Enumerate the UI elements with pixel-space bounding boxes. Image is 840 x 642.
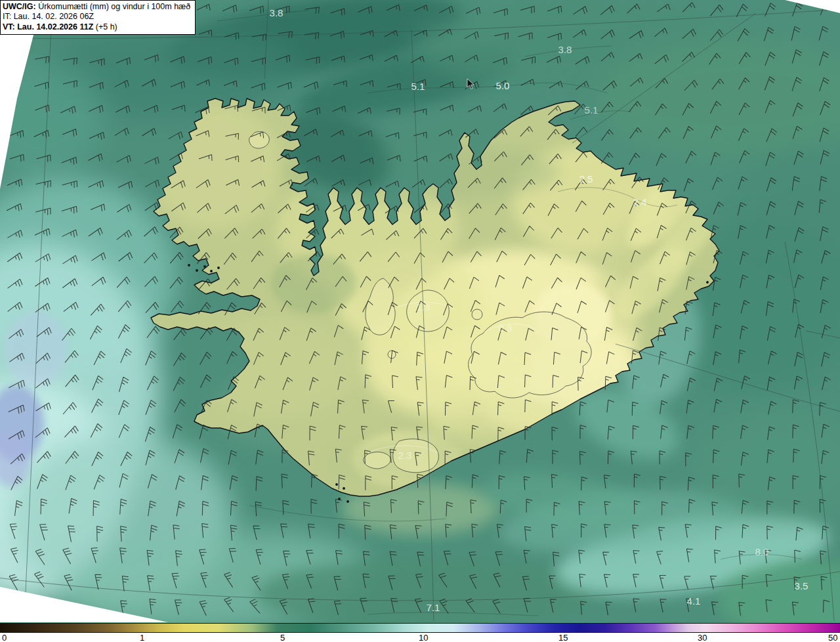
weather-map-viewer: 3.83.85.15.05.12.52.41.30.82.37.18.03.54… xyxy=(0,0,840,642)
contour-label: 7.1 xyxy=(427,602,440,613)
colorbar-tick-label: 15 xyxy=(558,633,568,642)
contour-label: 5.1 xyxy=(411,81,425,92)
contour-label: 3.8 xyxy=(558,44,572,55)
colorbar-tick-label: 1 xyxy=(140,633,144,642)
colorbar-tick-label: 50 xyxy=(828,633,837,642)
contour-label: 8.0 xyxy=(755,546,769,557)
colorbar-tick-label: 10 xyxy=(419,633,428,642)
map-title: UWC/IG: Úrkomumætti (mm) og vindur i 100… xyxy=(3,2,190,12)
valid-time-suffix: (+5 h) xyxy=(93,22,117,32)
contour-label: 0.8 xyxy=(499,322,513,333)
contour-label: 4.1 xyxy=(687,595,701,607)
weather-map: 3.83.85.15.05.12.52.41.30.82.37.18.03.54… xyxy=(0,0,840,623)
contour-label: 3.8 xyxy=(270,7,284,18)
contour-label: 1.3 xyxy=(417,301,430,312)
contour-label: 2.5 xyxy=(579,173,593,184)
valid-time-bold: VT: Lau. 14.02.2026 11Z xyxy=(3,22,93,32)
colorbar-tick-label: 5 xyxy=(280,633,285,642)
contour-label: 2.4 xyxy=(633,196,647,207)
title-box: UWC/IG: Úrkomumætti (mm) og vindur i 100… xyxy=(0,0,196,35)
contour-label: 5.0 xyxy=(496,80,510,91)
colorbar-tick-labels: 01510153050 xyxy=(0,633,840,642)
colorbar-tick-label: 0 xyxy=(2,633,7,642)
contour-label: 5.1 xyxy=(585,104,598,116)
init-time: IT: Lau. 14. 02. 2026 06Z xyxy=(3,12,190,22)
map-title-text: Úrkomumætti (mm) og vindur i 100m hæð xyxy=(36,2,190,11)
valid-time: VT: Lau. 14.02.2026 11Z (+5 h) xyxy=(3,22,190,32)
contour-label: 3.5 xyxy=(795,580,808,591)
contour-label: 2.3 xyxy=(398,450,412,461)
product-code: UWC/IG: xyxy=(3,2,36,11)
colorbar-tick-label: 30 xyxy=(698,633,707,642)
precipitation-colorbar xyxy=(0,623,840,633)
